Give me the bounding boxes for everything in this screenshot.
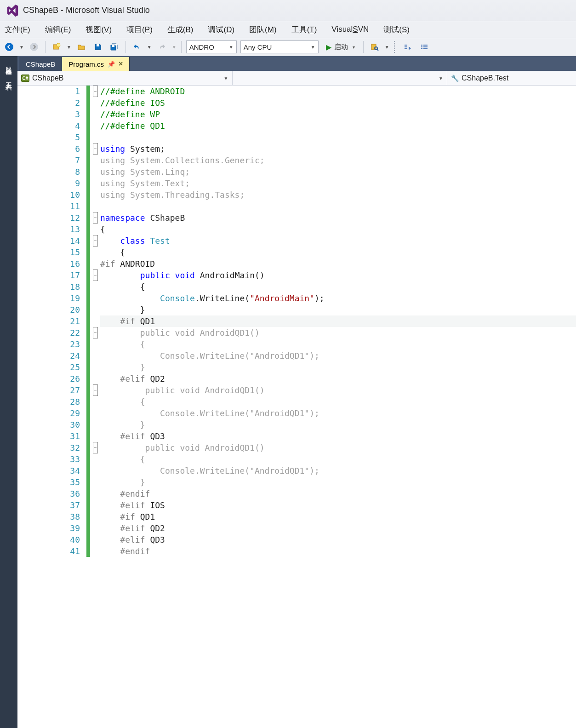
svg-point-1 — [30, 43, 38, 51]
doc-tab-program-cs[interactable]: Program.cs 📌 × — [62, 57, 130, 71]
step-button[interactable] — [401, 40, 414, 53]
doc-tab-project[interactable]: CShapeB — [19, 57, 62, 71]
chevron-down-icon[interactable]: ▼ — [172, 45, 177, 50]
save-button[interactable] — [91, 40, 104, 53]
find-in-files-button[interactable] — [368, 40, 381, 53]
menu-team[interactable]: 团队(M) — [247, 23, 279, 37]
change-indicator-bar — [86, 86, 90, 728]
redo-button[interactable] — [155, 40, 168, 53]
svg-line-8 — [377, 49, 378, 51]
chevron-down-icon[interactable]: ▼ — [19, 45, 24, 50]
csharp-icon: C# — [21, 75, 29, 82]
svg-point-3 — [57, 43, 60, 47]
solution-platform-dropdown[interactable]: Any CPU▼ — [240, 40, 319, 53]
side-tab-well: 服务器资源管理器 工具箱 — [0, 56, 17, 728]
nav-back-button[interactable] — [3, 40, 16, 53]
document-tab-row: CShapeB Program.cs 📌 × — [17, 56, 576, 71]
menu-debug[interactable]: 调试(D) — [206, 23, 236, 37]
menu-edit[interactable]: 编辑(E) — [43, 23, 73, 37]
code-editor[interactable]: 1234567891011121314151617181920212223242… — [17, 86, 576, 728]
title-bar: CShapeB - Microsoft Visual Studio — [0, 0, 576, 21]
code-content[interactable]: //#define ANDROID//#define IOS//#define … — [100, 86, 576, 728]
svg-rect-4 — [97, 44, 99, 46]
line-number-gutter: 1234567891011121314151617181920212223242… — [17, 86, 86, 728]
window-title: CShapeB - Microsoft Visual Studio — [23, 6, 150, 15]
server-explorer-tab[interactable]: 服务器资源管理器 — [3, 59, 15, 72]
menu-tools[interactable]: 工具(T) — [290, 23, 319, 37]
menu-project[interactable]: 项目(P) — [125, 23, 154, 37]
start-debug-button[interactable]: ▶启动▾ — [322, 40, 359, 53]
menu-test[interactable]: 测试(S) — [382, 23, 411, 37]
menu-build[interactable]: 生成(B) — [165, 23, 195, 37]
member-selector[interactable]: 🔧 CShapeB.Test — [447, 71, 576, 85]
close-icon[interactable]: × — [119, 60, 123, 68]
play-icon: ▶ — [326, 43, 331, 52]
class-icon: 🔧 — [451, 75, 459, 82]
outline-fold-column[interactable]: −−−−−−−− — [90, 86, 100, 728]
svg-point-0 — [5, 43, 13, 51]
svg-rect-5 — [112, 45, 114, 47]
type-selector[interactable]: ▼ — [233, 71, 448, 85]
comment-button[interactable] — [418, 40, 431, 53]
chevron-down-icon[interactable]: ▼ — [385, 45, 389, 50]
nav-forward-button[interactable] — [28, 40, 40, 53]
tool-bar: ▼ ▼ ▼ ▼ ANDRO▼ Any CPU▼ ▶启动▾ ▼ — [0, 38, 576, 56]
open-file-button[interactable] — [75, 40, 88, 53]
new-project-button[interactable] — [50, 40, 63, 53]
toolbox-tab[interactable]: 工具箱 — [3, 75, 15, 83]
solution-config-dropdown[interactable]: ANDRO▼ — [186, 40, 237, 53]
pin-icon[interactable]: 📌 — [108, 61, 115, 68]
undo-button[interactable] — [131, 40, 143, 53]
menu-file[interactable]: 文件(F) — [3, 23, 32, 37]
menu-view[interactable]: 视图(V) — [84, 23, 114, 37]
chevron-down-icon[interactable]: ▼ — [67, 45, 71, 50]
chevron-down-icon[interactable]: ▼ — [147, 45, 152, 50]
visual-studio-icon — [6, 4, 19, 17]
project-selector[interactable]: C# CShapeB ▼ — [17, 71, 233, 85]
menu-visualsvn[interactable]: VisualSVN — [330, 23, 371, 36]
save-all-button[interactable] — [108, 40, 121, 53]
code-nav-bar: C# CShapeB ▼ ▼ 🔧 CShapeB.Test — [17, 71, 576, 86]
menu-bar: 文件(F) 编辑(E) 视图(V) 项目(P) 生成(B) 调试(D) 团队(M… — [0, 21, 576, 38]
